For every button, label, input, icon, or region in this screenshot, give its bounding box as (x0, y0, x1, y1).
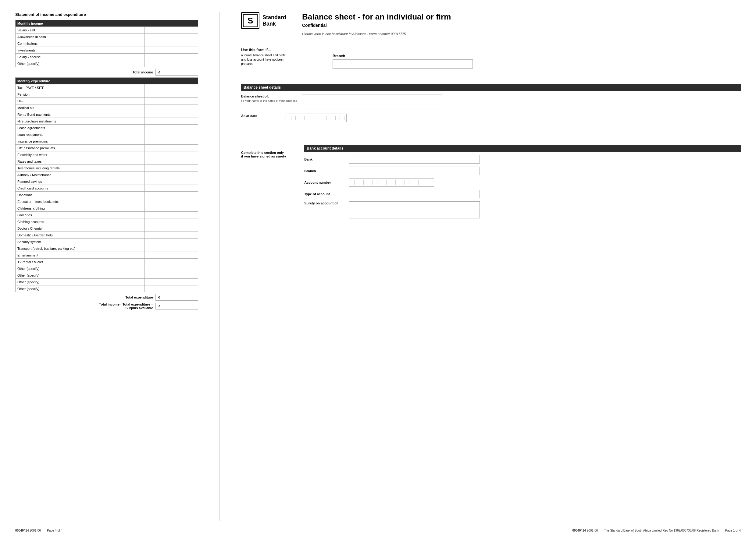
right-panel: S Standard Bank Balance sheet - for an i… (241, 12, 741, 521)
income-row-input[interactable] (145, 34, 198, 40)
expenditure-row-input[interactable] (145, 191, 198, 198)
as-at-label: As at date (241, 114, 281, 118)
total-income-row: Total income R (15, 69, 198, 76)
expenditure-row-input[interactable] (145, 145, 198, 151)
surplus-box[interactable]: R (155, 303, 198, 310)
account-number-label: Account number (304, 181, 344, 184)
expenditure-row-label: Credit card accounts (15, 185, 145, 191)
expenditure-row: Insurance premiums (15, 138, 198, 145)
expenditure-row: TV rental / M-Net (15, 259, 198, 265)
monthly-income-table: Monthly income Salary - self Allowances … (15, 20, 198, 67)
balance-sheet-of-row: Balance sheet of: i.e Your name or the n… (241, 94, 741, 109)
panel-divider (220, 12, 220, 521)
bank-name: Standard Bank (262, 14, 286, 27)
expenditure-row-input[interactable] (145, 245, 198, 252)
income-row-label: Salary - spouse (15, 54, 145, 60)
branch-bank-input[interactable] (349, 166, 480, 175)
expenditure-row-input[interactable] (145, 185, 198, 191)
expenditure-row: Loan repayments (15, 131, 198, 138)
expenditure-row-input[interactable] (145, 252, 198, 259)
expenditure-row-input[interactable] (145, 165, 198, 171)
complete-section-note: Complete this section only if you have s… (241, 151, 286, 158)
date-input[interactable] (285, 114, 347, 122)
income-row-input[interactable] (145, 54, 198, 60)
expenditure-row-label: Alimony / Maintenance (15, 171, 145, 178)
type-of-account-row: Type of account (304, 190, 741, 198)
expenditure-row-input[interactable] (145, 125, 198, 131)
income-row-input[interactable] (145, 27, 198, 34)
expenditure-row-input[interactable] (145, 286, 198, 292)
income-row-input[interactable] (145, 40, 198, 47)
surety-row: Surety on account of (304, 201, 741, 218)
expenditure-row: Rates and taxes (15, 158, 198, 165)
account-number-input[interactable] (349, 178, 434, 187)
expenditure-row-input[interactable] (145, 205, 198, 212)
expenditure-row-input[interactable] (145, 232, 198, 239)
balance-sheet-details-header: Balance sheet details (241, 84, 741, 91)
expenditure-row-input[interactable] (145, 118, 198, 125)
type-of-account-input[interactable] (349, 190, 480, 198)
expenditure-row: Other (specify) (15, 286, 198, 292)
expenditure-row-input[interactable] (145, 265, 198, 272)
expenditure-row-label: Pension (15, 91, 145, 98)
balance-sheet-details-section: Balance sheet details Balance sheet of: … (241, 84, 741, 126)
expenditure-row-input[interactable] (145, 91, 198, 98)
expenditure-row-input[interactable] (145, 259, 198, 265)
bank-account-details-header: Bank account details (304, 145, 741, 152)
income-row: Salary - spouse (15, 54, 198, 60)
income-row-label: Other (specify) (15, 60, 145, 67)
balance-sheet-of-input[interactable] (302, 94, 442, 109)
expenditure-row-label: Donations (15, 191, 145, 198)
income-row-input[interactable] (145, 60, 198, 67)
afrikaans-note: Hierdie vorm is ook beskikbaar in Afrika… (302, 32, 741, 36)
footer-page-info-right: Page 1 of 4 (725, 529, 741, 532)
expenditure-row-input[interactable] (145, 158, 198, 165)
expenditure-row-input[interactable] (145, 212, 198, 218)
left-panel: Statement of income and expenditure Mont… (15, 12, 198, 521)
expenditure-row-input[interactable] (145, 105, 198, 111)
expenditure-row: Donations (15, 191, 198, 198)
total-income-box[interactable]: R (155, 69, 198, 76)
bank-row: Bank (304, 155, 741, 164)
expenditure-row: Lease agreements (15, 125, 198, 131)
expenditure-row: UIF (15, 98, 198, 105)
expenditure-row-input[interactable] (145, 138, 198, 145)
branch-label: Branch (333, 54, 473, 58)
expenditure-row-label: Other (specify) (15, 279, 145, 286)
expenditure-row-label: Planned savings (15, 178, 145, 185)
total-income-currency: R (158, 70, 160, 74)
expenditure-row-input[interactable] (145, 225, 198, 232)
surety-input[interactable] (349, 201, 480, 218)
expenditure-row-input[interactable] (145, 279, 198, 286)
expenditure-row: Groceries (15, 212, 198, 218)
bank-input[interactable] (349, 155, 480, 164)
expenditure-row-input[interactable] (145, 178, 198, 185)
income-row-label: Investments (15, 47, 145, 54)
income-row: Commissions (15, 40, 198, 47)
expenditure-row-input[interactable] (145, 98, 198, 105)
expenditure-row-input[interactable] (145, 218, 198, 225)
surplus-row: Total income - Total expenditure = Surpl… (15, 302, 198, 310)
expenditure-row-label: Domestic / Garden help (15, 232, 145, 239)
use-form-desc: a formal balance sheet and profit and lo… (241, 53, 308, 66)
expenditure-row-input[interactable] (145, 131, 198, 138)
expenditure-row-input[interactable] (145, 171, 198, 178)
expenditure-row: Credit card accounts (15, 185, 198, 191)
total-expenditure-box[interactable]: R (155, 294, 198, 301)
use-form-title: Use this form if... (241, 48, 308, 52)
expenditure-row-input[interactable] (145, 111, 198, 118)
income-row-input[interactable] (145, 47, 198, 54)
expenditure-row-input[interactable] (145, 198, 198, 205)
expenditure-row: Medical aid (15, 105, 198, 111)
expenditure-row: Electricity and water (15, 151, 198, 158)
expenditure-row-input[interactable] (145, 84, 198, 91)
expenditure-row-input[interactable] (145, 272, 198, 279)
branch-input[interactable] (333, 60, 473, 68)
total-expenditure-currency: R (158, 295, 160, 299)
expenditure-row-input[interactable] (145, 151, 198, 158)
expenditure-row: Other (specify) (15, 265, 198, 272)
expenditure-row-input[interactable] (145, 239, 198, 245)
as-at-date-row: As at date (241, 114, 741, 122)
expenditure-row-label: Hire purchase instalments (15, 118, 145, 125)
expenditure-row: Security system (15, 239, 198, 245)
